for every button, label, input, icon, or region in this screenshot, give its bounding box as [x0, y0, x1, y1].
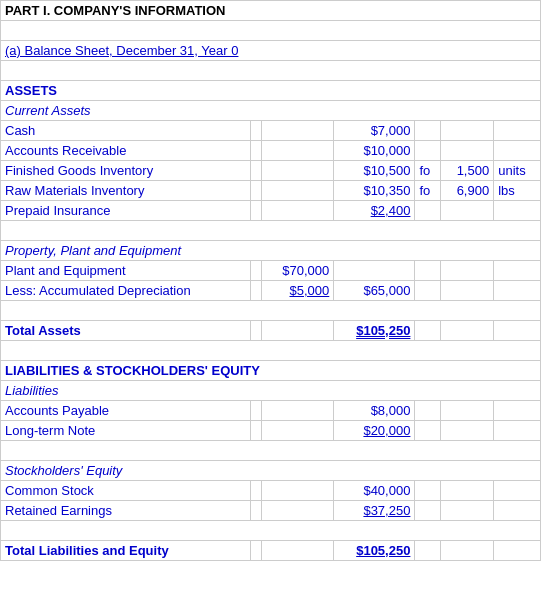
- fgi-unit: units: [494, 161, 541, 181]
- total-liabilities-label: Total Liabilities and Equity: [1, 541, 251, 561]
- prepaid-label: Prepaid Insurance: [1, 201, 251, 221]
- plant-label: Plant and Equipment: [1, 261, 251, 281]
- ar-row: Accounts Receivable $10,000: [1, 141, 541, 161]
- total-liabilities-value: $105,250: [334, 541, 415, 561]
- fgi-label: Finished Goods Inventory: [1, 161, 251, 181]
- spacer-row-6: [1, 441, 541, 461]
- accum-dep-label: Less: Accumulated Depreciation: [1, 281, 251, 301]
- accum-dep-row: Less: Accumulated Depreciation $5,000 $6…: [1, 281, 541, 301]
- ap-value: $8,000: [334, 401, 415, 421]
- balance-sheet-table: PART I. COMPANY'S INFORMATION (a) Balanc…: [0, 0, 541, 561]
- total-assets-row: Total Assets $105,250: [1, 321, 541, 341]
- common-stock-value: $40,000: [334, 481, 415, 501]
- total-assets-label: Total Assets: [1, 321, 251, 341]
- prepaid-row: Prepaid Insurance $2,400: [1, 201, 541, 221]
- stockholders-header-row: Stockholders' Equity: [1, 461, 541, 481]
- spacer-row-5: [1, 341, 541, 361]
- cash-row: Cash $7,000: [1, 121, 541, 141]
- page-title: PART I. COMPANY'S INFORMATION: [1, 1, 541, 21]
- total-assets-value: $105,250: [334, 321, 415, 341]
- liabilities-header: LIABILITIES & STOCKHOLDERS' EQUITY: [1, 361, 541, 381]
- lt-note-row: Long-term Note $20,000: [1, 421, 541, 441]
- fgi-value: $10,500: [334, 161, 415, 181]
- rmi-qty: 6,900: [440, 181, 493, 201]
- assets-header: ASSETS: [1, 81, 541, 101]
- liabilities-subheader-row: Liabilities: [1, 381, 541, 401]
- ppe-header: Property, Plant and Equipment: [1, 241, 541, 261]
- subtitle-row: (a) Balance Sheet, December 31, Year 0: [1, 41, 541, 61]
- spacer-row-3: [1, 221, 541, 241]
- current-assets-header-row: Current Assets: [1, 101, 541, 121]
- rmi-row: Raw Materials Inventory $10,350 fo 6,900…: [1, 181, 541, 201]
- lt-note-label: Long-term Note: [1, 421, 251, 441]
- spacer-row-2: [1, 61, 541, 81]
- ap-label: Accounts Payable: [1, 401, 251, 421]
- liabilities-subheader: Liabilities: [1, 381, 541, 401]
- subtitle: (a) Balance Sheet, December 31, Year 0: [1, 41, 541, 61]
- rmi-value: $10,350: [334, 181, 415, 201]
- ar-value: $10,000: [334, 141, 415, 161]
- spacer-row-4: [1, 301, 541, 321]
- ar-label: Accounts Receivable: [1, 141, 251, 161]
- fgi-qty: 1,500: [440, 161, 493, 181]
- retained-earnings-value: $37,250: [334, 501, 415, 521]
- fgi-note: fo: [415, 161, 440, 181]
- liabilities-header-row: LIABILITIES & STOCKHOLDERS' EQUITY: [1, 361, 541, 381]
- accum-dep-value2: $65,000: [334, 281, 415, 301]
- retained-earnings-label: Retained Earnings: [1, 501, 251, 521]
- rmi-label: Raw Materials Inventory: [1, 181, 251, 201]
- spacer-row-7: [1, 521, 541, 541]
- prepaid-value: $2,400: [334, 201, 415, 221]
- cash-label: Cash: [1, 121, 251, 141]
- total-liabilities-row: Total Liabilities and Equity $105,250: [1, 541, 541, 561]
- accum-dep-value1: $5,000: [262, 281, 334, 301]
- title-row: PART I. COMPANY'S INFORMATION: [1, 1, 541, 21]
- plant-value: $70,000: [262, 261, 334, 281]
- plant-row: Plant and Equipment $70,000: [1, 261, 541, 281]
- stockholders-header: Stockholders' Equity: [1, 461, 541, 481]
- fgi-row: Finished Goods Inventory $10,500 fo 1,50…: [1, 161, 541, 181]
- cash-value: $7,000: [334, 121, 415, 141]
- assets-header-row: ASSETS: [1, 81, 541, 101]
- common-stock-label: Common Stock: [1, 481, 251, 501]
- current-assets-header: Current Assets: [1, 101, 541, 121]
- retained-earnings-row: Retained Earnings $37,250: [1, 501, 541, 521]
- common-stock-row: Common Stock $40,000: [1, 481, 541, 501]
- rmi-unit: lbs: [494, 181, 541, 201]
- rmi-note: fo: [415, 181, 440, 201]
- spacer-row-1: [1, 21, 541, 41]
- ap-row: Accounts Payable $8,000: [1, 401, 541, 421]
- ppe-header-row: Property, Plant and Equipment: [1, 241, 541, 261]
- lt-note-value: $20,000: [334, 421, 415, 441]
